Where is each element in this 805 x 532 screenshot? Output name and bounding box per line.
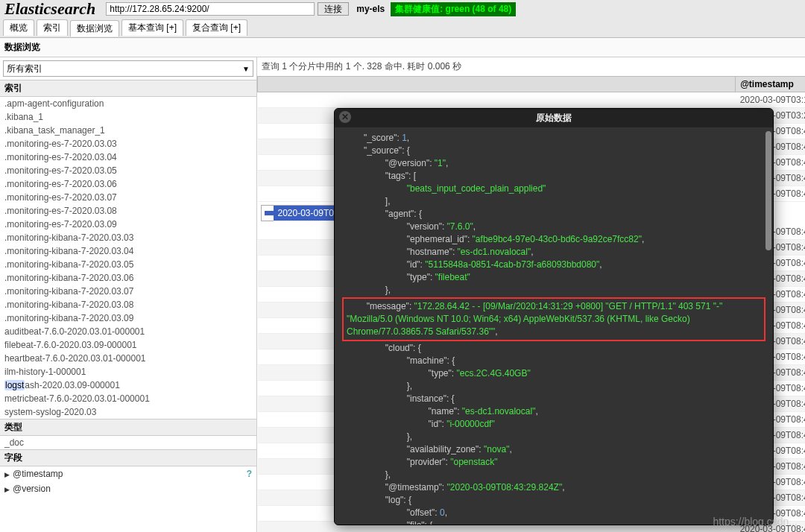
app-logo: Elasticsearch: [4, 0, 95, 19]
index-select-label: 所有索引: [7, 63, 42, 75]
table-row[interactable]: 2020-03-09T03:18:18.204Zes-dc1.novalocal…: [258, 92, 806, 108]
col-header[interactable]: @timestamp: [736, 77, 805, 92]
index-item[interactable]: filebeat-7.6.0-2020.03.09-000001: [0, 338, 256, 352]
cluster-health-badge: 集群健康值: green (48 of 48): [391, 2, 516, 16]
index-item[interactable]: .kibana_task_manager_1: [0, 124, 256, 137]
index-item[interactable]: heartbeat-7.6.0-2020.03.01-000001: [0, 352, 256, 365]
tab-0[interactable]: 概览: [3, 19, 34, 36]
sidebar: 所有索引 ▼ 索引 .apm-agent-configuration.kiban…: [0, 57, 257, 532]
dialog-header: ✕ 原始数据: [335, 109, 773, 127]
index-item[interactable]: .monitoring-kibana-7-2020.03.03: [0, 231, 256, 244]
sidebar-header-index: 索引: [0, 80, 256, 97]
gutter-col: [258, 77, 736, 92]
index-item[interactable]: .monitoring-kibana-7-2020.03.08: [0, 298, 256, 311]
index-item[interactable]: .monitoring-es-7-2020.03.03: [0, 137, 256, 151]
index-item[interactable]: .kibana_1: [0, 110, 256, 124]
index-select[interactable]: 所有索引 ▼: [3, 60, 253, 77]
index-item[interactable]: .monitoring-kibana-7-2020.03.04: [0, 244, 256, 258]
query-summary: 查询 1 个分片中用的 1 个. 328 命中. 耗时 0.006 秒: [257, 57, 805, 76]
sidebar-header-type: 类型: [0, 419, 256, 436]
index-item[interactable]: .apm-agent-configuration: [0, 97, 256, 110]
type-item[interactable]: _doc: [0, 436, 256, 449]
index-item[interactable]: metricbeat-7.6.0-2020.03.01-000001: [0, 392, 256, 405]
close-icon[interactable]: ✕: [339, 111, 351, 123]
dialog-title: 原始数据: [536, 113, 572, 123]
raw-data-dialog: ✕ 原始数据 "_score": 1, "_source": { "@versi…: [334, 108, 774, 525]
index-item[interactable]: .monitoring-kibana-7-2020.03.07: [0, 285, 256, 298]
tab-1[interactable]: 索引: [37, 19, 68, 36]
index-item[interactable]: system-syslog-2020.03: [0, 405, 256, 419]
breadcrumb: 数据浏览: [0, 38, 805, 57]
tab-4[interactable]: 复合查询 [+]: [186, 19, 247, 36]
index-item[interactable]: .monitoring-es-7-2020.03.07: [0, 191, 256, 204]
field-item[interactable]: ▶@version: [0, 481, 256, 496]
index-item[interactable]: .monitoring-es-7-2020.03.06: [0, 177, 256, 191]
index-item[interactable]: logstash-2020.03.09-000001: [0, 379, 256, 392]
watermark: https://blog.csdn...: [713, 516, 798, 528]
connect-button[interactable]: 连接: [318, 2, 349, 16]
dialog-body[interactable]: "_score": 1, "_source": { "@version": "1…: [335, 127, 773, 525]
header-bar: Elasticsearch 连接 my-els 集群健康值: green (48…: [0, 0, 805, 18]
dropdown-arrow-icon: ▼: [242, 65, 250, 73]
field-item[interactable]: ▶@timestamp?: [0, 466, 256, 481]
tab-2[interactable]: 数据浏览: [70, 20, 119, 37]
index-item[interactable]: .monitoring-es-7-2020.03.09: [0, 218, 256, 231]
index-item[interactable]: ilm-history-1-000001: [0, 365, 256, 379]
scrollbar-thumb[interactable]: [765, 131, 771, 250]
index-item[interactable]: .monitoring-es-7-2020.03.04: [0, 151, 256, 164]
tab-3[interactable]: 基本查询 [+]: [121, 19, 183, 36]
index-item[interactable]: .monitoring-kibana-7-2020.03.06: [0, 271, 256, 285]
index-item[interactable]: .monitoring-es-7-2020.03.08: [0, 204, 256, 218]
cluster-url-input[interactable]: [106, 2, 315, 16]
cluster-name: my-els: [356, 4, 385, 14]
index-item[interactable]: auditbeat-7.6.0-2020.03.01-000001: [0, 325, 256, 338]
index-item[interactable]: .monitoring-es-7-2020.03.05: [0, 164, 256, 177]
main-tabs: 概览索引数据浏览基本查询 [+]复合查询 [+]: [0, 18, 805, 38]
index-list: .apm-agent-configuration.kibana_1.kibana…: [0, 97, 256, 419]
index-item[interactable]: .monitoring-kibana-7-2020.03.05: [0, 258, 256, 271]
sidebar-header-field: 字段: [0, 449, 256, 466]
index-item[interactable]: .monitoring-kibana-7-2020.03.09: [0, 311, 256, 325]
